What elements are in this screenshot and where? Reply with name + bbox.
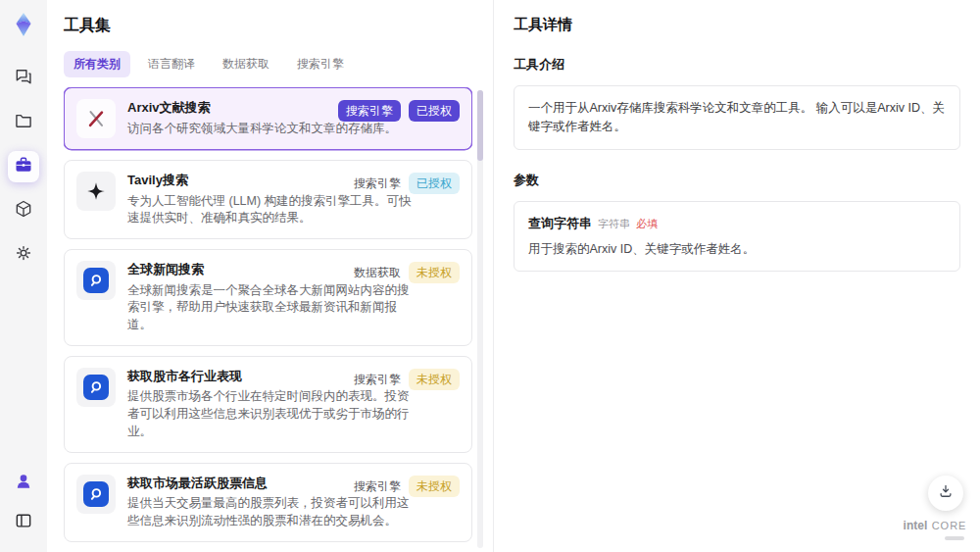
blue-search-icon <box>76 368 116 407</box>
tool-card-sector-performance[interactable]: 获取股市各行业表现 提供股票市场各个行业在特定时间段内的表现。投资者可以利用这些… <box>64 356 472 453</box>
scrollbar-thumb[interactable] <box>477 90 483 161</box>
tab-language-translation[interactable]: 语言翻译 <box>138 51 205 77</box>
param-required-flag: 必填 <box>636 217 658 231</box>
sidebar-nav <box>8 63 39 271</box>
tool-card-active-stocks[interactable]: 获取市场最活跃股票信息 提供当天交易量最高的股票列表，投资者可以利用这些信息来识… <box>64 463 472 542</box>
param-item: 查询字符串 字符串 必填 用于搜索的Arxiv ID、关键字或作者姓名。 <box>514 201 960 272</box>
cube-icon <box>14 199 33 223</box>
param-name: 查询字符串 <box>528 215 592 232</box>
category-tabs: 所有类别 语言翻译 数据获取 搜索引擎 <box>64 51 493 77</box>
sidebar-item-settings[interactable] <box>8 239 39 271</box>
tool-detail-panel: 工具详情 工具介绍 一个用于从Arxiv存储库搜索科学论文和文章的工具。 输入可… <box>493 0 980 552</box>
sidebar-item-files[interactable] <box>8 107 39 138</box>
detail-title: 工具详情 <box>514 16 960 34</box>
four-point-star-icon <box>76 172 116 211</box>
param-description: 用于搜索的Arxiv ID、关键字或作者姓名。 <box>528 241 946 258</box>
brand-intel-text: intel <box>904 519 928 532</box>
blue-search-icon <box>76 261 116 300</box>
brand-core-text: CORE <box>932 520 967 531</box>
toolbox-icon <box>14 155 33 178</box>
intro-heading: 工具介绍 <box>514 56 960 74</box>
gear-icon <box>14 243 33 267</box>
panel-toggle-icon <box>14 511 33 534</box>
intro-text: 一个用于从Arxiv存储库搜索科学论文和文章的工具。 输入可以是Arxiv ID… <box>514 85 960 150</box>
arxiv-icon <box>76 99 116 138</box>
sidebar-bottom <box>8 468 39 538</box>
app-logo-icon <box>11 12 36 41</box>
sidebar-item-collapse[interactable] <box>8 507 39 538</box>
blue-search-icon <box>76 475 116 514</box>
tool-card-list: Arxiv文献搜索 访问各个研究领域大量科学论文和文章的存储库。 搜索引擎 已授… <box>64 87 472 549</box>
brand-subline <box>945 536 964 540</box>
category-badge: 搜索引擎 <box>338 100 401 122</box>
params-heading: 参数 <box>514 172 960 189</box>
app-window: 工具集 所有类别 语言翻译 数据获取 搜索引擎 Arxiv文献搜索 访问各个研究… <box>0 0 980 552</box>
tool-description: 全球新闻搜索是一个聚合全球各大新闻网站内容的搜索引擎，帮助用户快速获取全球最新资… <box>127 282 414 334</box>
category-badge: 数据获取 <box>354 262 401 283</box>
tool-card-global-news[interactable]: 全球新闻搜索 全球新闻搜索是一个聚合全球各大新闻网站内容的搜索引擎，帮助用户快速… <box>64 249 472 346</box>
sidebar-item-account[interactable] <box>8 468 39 499</box>
tool-description: 访问各个研究领域大量科学论文和文章的存储库。 <box>127 121 397 138</box>
folder-icon <box>14 111 33 134</box>
sidebar <box>0 0 47 552</box>
category-badge: 搜索引擎 <box>354 173 401 194</box>
auth-status-badge: 未授权 <box>409 262 460 283</box>
list-scrollbar[interactable] <box>477 90 483 548</box>
tab-data-fetching[interactable]: 数据获取 <box>213 51 279 77</box>
sidebar-item-chat[interactable] <box>8 63 39 94</box>
auth-status-badge: 未授权 <box>409 476 460 497</box>
tool-description: 提供股票市场各个行业在特定时间段内的表现。投资者可以利用这些信息来识别表现优于或… <box>127 388 414 440</box>
tab-search-engine[interactable]: 搜索引擎 <box>287 51 354 77</box>
chat-icon <box>14 67 33 90</box>
intel-core-logo: intel CORE <box>900 516 970 540</box>
download-icon <box>937 482 955 504</box>
page-title: 工具集 <box>64 16 493 36</box>
user-avatar-icon <box>14 472 33 495</box>
download-button[interactable] <box>928 476 963 511</box>
tool-description: 专为人工智能代理 (LLM) 构建的搜索引擎工具。可快速提供实时、准确和真实的结… <box>127 193 414 228</box>
tool-card-tavily[interactable]: Tavily搜索 专为人工智能代理 (LLM) 构建的搜索引擎工具。可快速提供实… <box>64 160 472 239</box>
category-badge: 搜索引擎 <box>354 369 401 390</box>
sidebar-item-packages[interactable] <box>8 195 39 226</box>
tool-card-arxiv[interactable]: Arxiv文献搜索 访问各个研究领域大量科学论文和文章的存储库。 搜索引擎 已授… <box>64 87 472 150</box>
sidebar-item-tools[interactable] <box>8 151 39 182</box>
category-badge: 搜索引擎 <box>354 476 401 497</box>
auth-status-badge: 已授权 <box>409 173 460 194</box>
tool-description: 提供当天交易量最高的股票列表，投资者可以利用这些信息来识别流动性强的股票和潜在的… <box>127 495 414 530</box>
tab-all-categories[interactable]: 所有类别 <box>64 51 130 77</box>
tool-list-panel: 工具集 所有类别 语言翻译 数据获取 搜索引擎 Arxiv文献搜索 访问各个研究… <box>47 0 493 552</box>
auth-status-badge: 未授权 <box>409 369 460 390</box>
auth-status-badge: 已授权 <box>409 100 460 122</box>
param-type: 字符串 <box>598 217 630 231</box>
